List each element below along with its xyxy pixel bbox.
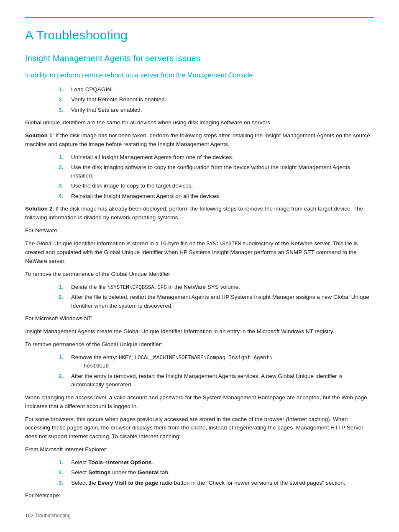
top-border: [25, 17, 374, 18]
tools-bold: Tools: [88, 459, 103, 465]
list-item: Select the Every Visit to the page radio…: [59, 479, 374, 487]
netware-paragraph: The Global Unique Identifier information…: [25, 239, 374, 266]
list-item: After the entry is removed, restart the …: [59, 372, 374, 389]
solution2-paragraph: Solution 2: If the disk image has alread…: [25, 205, 374, 222]
from-ie-label: From Microsoft Internet Explorer:: [25, 445, 374, 454]
registry-code: HKEY_LOCAL_MACHINE\SOFTWARE\Compaq Insig…: [71, 355, 273, 370]
solution2-rest: : If the disk image has already been dep…: [25, 206, 363, 221]
list-item: Verify that Sets are enabled.: [59, 106, 374, 114]
solution1-rest: : If the disk image has not been taken, …: [25, 132, 370, 147]
sys-system-code: SYS:\SYSTEM: [207, 241, 241, 247]
footer: 162 Troubleshooting: [25, 512, 71, 519]
remove-permanence-label: To remove the permanence of the Global U…: [25, 270, 374, 279]
for-windows-label: For Microsoft Windows NT:: [25, 314, 374, 323]
access-level-paragraph: When changing the access level, a valid …: [25, 393, 374, 411]
for-netware-label: For NetWare:: [25, 226, 374, 235]
list-item: Remove the entry: HKEY_LOCAL_MACHINE\SOF…: [59, 353, 374, 371]
for-netscape-label: For Netscape:: [25, 491, 374, 500]
list-item: Verify that Remote Reboot is enabled.: [59, 95, 374, 104]
list-item: Load CPQAGIN.: [59, 85, 374, 94]
list-item: Delete the file \SYSTEM\CPQBSSA.CFG in t…: [59, 283, 374, 292]
list-item: Use the disk image to copy to the target…: [59, 182, 374, 190]
cpqbssa-code: \SYSTEM\CPQBSSA.CFG: [107, 285, 167, 290]
internet-options-bold: Internet Options: [108, 459, 151, 465]
ie-steps-list: Select Tools⇒Internet Options. Select Se…: [59, 458, 374, 487]
solution1-bold: Solution 1: [25, 132, 52, 139]
list-item: Reinstall the Insight Management Agents …: [59, 192, 374, 200]
solution2-bold: Solution 2: [25, 206, 52, 212]
footer-text: 162 Troubleshooting: [25, 513, 71, 519]
solution1-paragraph: Solution 1: If the disk image has not be…: [25, 131, 374, 149]
windows-steps-list: Remove the entry: HKEY_LOCAL_MACHINE\SOF…: [59, 353, 374, 389]
section-title: Insight Management Agents for servers is…: [25, 52, 374, 64]
chapter-title: A Troubleshooting: [25, 26, 374, 44]
windows-paragraph1: Insight Management Agents create the Glo…: [25, 327, 374, 336]
list-item: Use the disk imaging software to copy th…: [59, 163, 374, 180]
settings-bold: Settings: [88, 469, 110, 475]
page-container: A Troubleshooting Insight Management Age…: [0, 0, 399, 532]
remove-permanence-windows: To remove permanence of the Global Uniqu…: [25, 340, 374, 349]
global-uid-paragraph: Global unique identifiers are the same f…: [25, 118, 374, 127]
general-bold: General: [138, 469, 159, 475]
netware-steps-list: Delete the file \SYSTEM\CPQBSSA.CFG in t…: [59, 283, 374, 310]
solution1-steps-list: Uninstall all Insight Management Agents …: [59, 153, 374, 200]
list-item: After the file is deleted, restart the M…: [59, 293, 374, 310]
subsection-title: Inability to perform remote reboot on a …: [25, 70, 374, 80]
browser-cache-paragraph: For some browsers, this occurs when page…: [25, 415, 374, 442]
initial-steps-list: Load CPQAGIN. Verify that Remote Reboot …: [59, 85, 374, 114]
list-item: Uninstall all Insight Management Agents …: [59, 153, 374, 162]
every-visit-bold: Every Visit to the page: [98, 480, 159, 486]
list-item: Select Tools⇒Internet Options.: [59, 458, 374, 467]
list-item: Select Settings under the General tab.: [59, 468, 374, 477]
